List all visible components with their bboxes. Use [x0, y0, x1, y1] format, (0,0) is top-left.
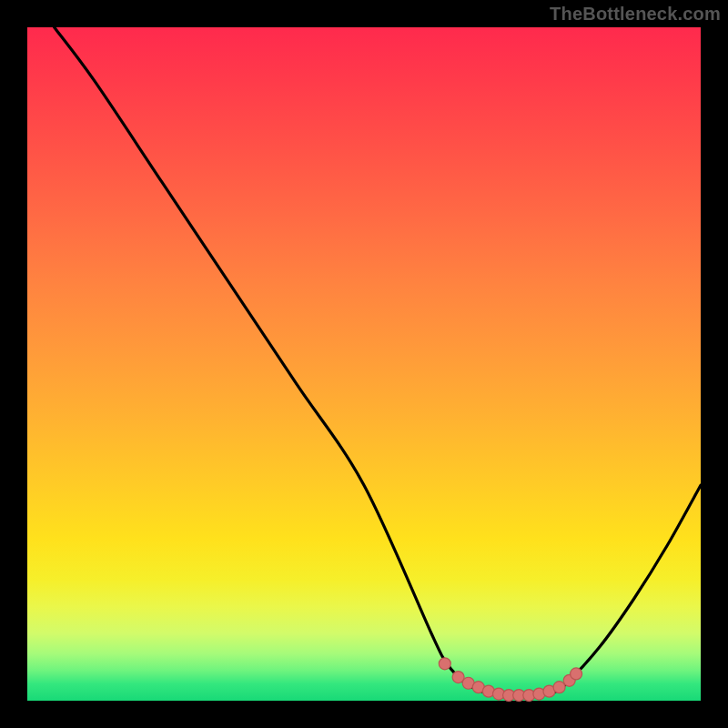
plot-area: [27, 27, 701, 701]
sweet-spot-marker: [553, 682, 565, 693]
chart-frame: TheBottleneck.com: [0, 0, 728, 728]
watermark-text: TheBottleneck.com: [550, 4, 721, 25]
sweet-spot-marker: [439, 658, 450, 670]
bottleneck-curve: [55, 27, 701, 696]
sweet-spot-markers: [439, 658, 575, 702]
chart-svg: [27, 27, 701, 701]
extra-marker: [571, 668, 582, 680]
